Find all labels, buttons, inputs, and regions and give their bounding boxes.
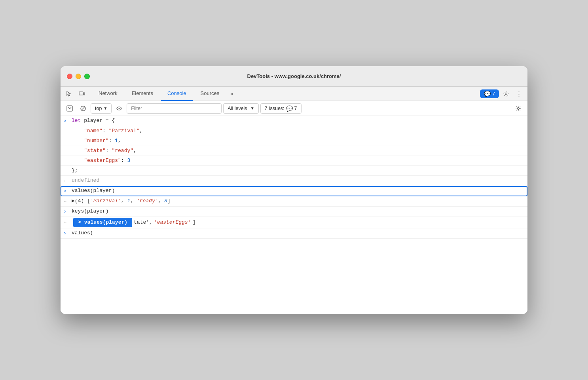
arrow-icon: > (64, 207, 72, 216)
tab-bar: Network Elements Console Sources » 💬 7 (61, 87, 527, 101)
traffic-lights (67, 74, 90, 79)
console-line: > let player = { (61, 116, 527, 126)
context-selector[interactable]: top ▼ (91, 103, 112, 114)
autocomplete-text: values(player) (84, 218, 127, 226)
settings-icon[interactable] (501, 88, 512, 99)
line-content: "name": "Parzival", (72, 127, 524, 135)
titlebar: DevTools - www.google.co.uk/chrome/ (61, 66, 527, 87)
console-line: "name": "Parzival", (61, 126, 527, 136)
filter-input[interactable] (127, 103, 222, 114)
levels-label: All levels (228, 106, 247, 111)
chevron-down-icon: ▼ (250, 106, 254, 110)
svg-point-2 (505, 93, 507, 95)
console-line-autocomplete: ← > values(player) tate', 'easterEggs'] (61, 217, 527, 228)
console-settings-icon[interactable] (512, 103, 524, 114)
maximize-button[interactable] (84, 74, 90, 79)
tab-sources[interactable]: Sources (194, 87, 226, 101)
svg-line-5 (82, 106, 85, 110)
tab-more-button[interactable]: » (227, 87, 236, 101)
select-element-icon[interactable] (64, 88, 75, 99)
arrow-icon (64, 167, 72, 167)
more-options-icon[interactable]: ⋮ (513, 88, 524, 99)
close-button[interactable] (67, 74, 72, 79)
console-line: "state": "ready", (61, 146, 527, 156)
devtools-panel: Network Elements Console Sources » 💬 7 (61, 87, 527, 314)
svg-rect-1 (83, 93, 85, 95)
line-content: ▶(4) ['Parzival', 1, 'ready', 3] (72, 197, 524, 205)
line-content: undefined (72, 177, 524, 184)
line-content: }; (72, 167, 524, 175)
window-title: DevTools - www.google.co.uk/chrome/ (247, 73, 341, 79)
console-toolbar: top ▼ All levels ▼ 7 Issues: 💬 7 (61, 101, 527, 116)
chevron-down-icon: ▼ (103, 106, 107, 110)
autocomplete-popup[interactable]: > values(player) (73, 218, 132, 227)
tab-network[interactable]: Network (92, 87, 124, 101)
arrow-icon: ← (64, 197, 72, 205)
context-label: top (95, 106, 102, 111)
arrow-icon: ← (64, 177, 72, 185)
console-line: "easterEggs": 3 (61, 156, 527, 166)
devtools-window: DevTools - www.google.co.uk/chrome/ (61, 66, 527, 314)
issues-num: 7 (294, 106, 297, 111)
svg-rect-3 (67, 106, 72, 111)
console-line: "number": 1, (61, 136, 527, 146)
tab-icons (64, 88, 87, 99)
eye-icon[interactable] (113, 103, 125, 114)
line-content: values(player) (72, 187, 524, 195)
arrow-icon: > (64, 229, 72, 238)
arrow-icon: ← (64, 218, 72, 226)
tab-elements[interactable]: Elements (125, 87, 159, 101)
issues-count-badge: 7 (492, 91, 495, 97)
block-icon[interactable] (77, 103, 89, 114)
tab-actions: 💬 7 ⋮ (480, 88, 524, 99)
issues-count-label: 7 Issues: (265, 106, 285, 111)
console-line-last[interactable]: > values(_ (61, 228, 527, 239)
line-content: "number": 1, (72, 137, 524, 145)
line-content: values(_ (72, 229, 524, 237)
arrow-icon: > (64, 187, 72, 195)
arrow-icon (64, 127, 72, 127)
message-icon-blue: 💬 (286, 105, 293, 112)
line-content: "easterEggs": 3 (72, 157, 524, 165)
line-content: > values(player) tate', 'easterEggs'] (72, 218, 524, 227)
console-line: ← undefined (61, 176, 527, 186)
arrow-icon (64, 147, 72, 147)
arrow-icon: > (64, 117, 72, 125)
issues-count-toolbar[interactable]: 7 Issues: 💬 7 (260, 103, 302, 114)
svg-point-7 (119, 108, 120, 109)
device-toggle-icon[interactable] (76, 88, 87, 99)
levels-selector[interactable]: All levels ▼ (223, 103, 258, 114)
console-line: ← ▶(4) ['Parzival', 1, 'ready', 3] (61, 196, 527, 207)
console-line: > keys(player) (61, 207, 527, 217)
console-line-outlined: > values(player) (61, 186, 527, 196)
console-output[interactable]: > let player = { "name": "Parzival", "nu… (61, 116, 527, 314)
arrow-icon (64, 137, 72, 137)
clear-console-button[interactable] (64, 103, 76, 114)
arrow-icon (64, 157, 72, 157)
autocomplete-arrow: > (78, 218, 81, 226)
line-content: "state": "ready", (72, 147, 524, 155)
message-icon: 💬 (484, 91, 491, 97)
line-content: let player = { (72, 117, 524, 125)
minimize-button[interactable] (76, 74, 81, 79)
svg-point-8 (518, 107, 520, 109)
tab-console[interactable]: Console (161, 87, 193, 101)
line-content: keys(player) (72, 207, 524, 215)
svg-rect-0 (79, 92, 83, 95)
issues-badge[interactable]: 💬 7 (480, 89, 499, 98)
console-line: }; (61, 166, 527, 176)
